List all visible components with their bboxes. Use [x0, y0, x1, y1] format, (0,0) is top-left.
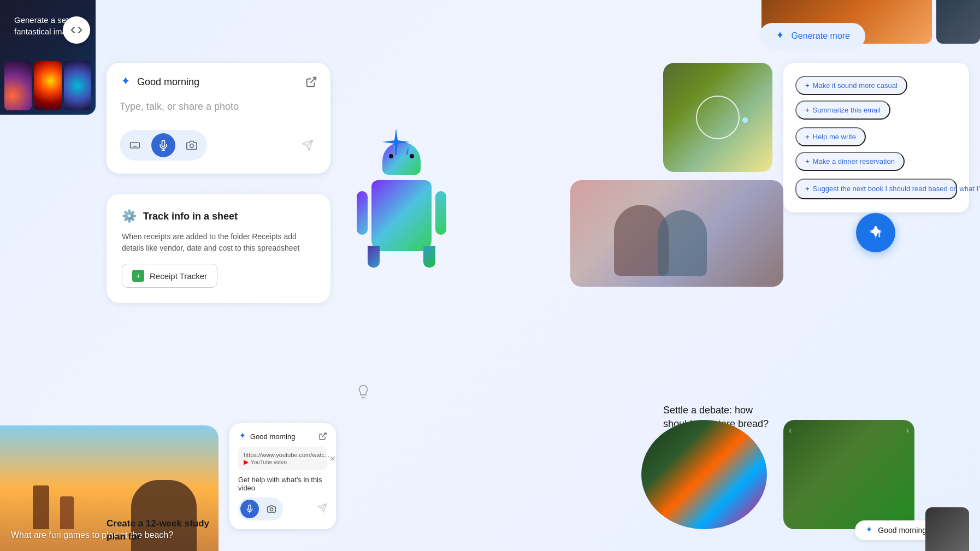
greeting-text: Good morning — [137, 76, 199, 88]
person-silhouette-2 — [658, 210, 707, 276]
beach-person-1 — [33, 485, 49, 529]
people-background — [570, 180, 783, 287]
chip-book-label: Suggest the next book I should read base… — [813, 184, 980, 194]
bird-dot — [742, 117, 748, 123]
bird-card — [663, 63, 772, 172]
camera-button[interactable] — [180, 133, 204, 157]
chips-panel: + Make it sound more casual + Summarize … — [783, 63, 969, 212]
chip-plus-4: + — [805, 157, 810, 165]
mic-icon — [245, 505, 254, 513]
svg-point-9 — [190, 144, 194, 148]
arrow-right: › — [906, 425, 909, 435]
gemini-star-icon-chip — [865, 526, 873, 535]
chip-book[interactable]: + Suggest the next book I should read ba… — [795, 179, 957, 199]
lightbulb-icon — [355, 383, 371, 404]
pipeline-background — [641, 420, 767, 529]
pipeline-card — [641, 420, 767, 529]
chip-reservation[interactable]: + Make a dinner reservation — [795, 152, 905, 171]
gemini-star-icon — [120, 76, 132, 88]
chip-plus-1: + — [805, 81, 810, 90]
bottom-right-chip[interactable]: Good morning — [855, 520, 936, 540]
bird-circle — [696, 96, 740, 139]
study-title: Create a 12-week study plan for — [107, 517, 216, 543]
search-buttons-group — [120, 130, 207, 161]
food-arrows: ‹ › — [789, 425, 909, 435]
bottom-right-mini-image — [925, 507, 969, 551]
external-link-icon[interactable] — [305, 76, 317, 88]
chip-write-label: Help me write — [813, 133, 856, 141]
youtube-chip: ▶ YouTube video — [244, 458, 329, 466]
send-icon — [302, 139, 314, 151]
top-right-image-2 — [936, 0, 980, 44]
chip-plus-2: + — [805, 106, 810, 114]
study-card: Create a 12-week study plan for — [107, 517, 216, 546]
code-button[interactable] — [63, 16, 90, 44]
chip-casual-label: Make it sound more casual — [813, 81, 898, 90]
track-description: When receipts are added to the folder Re… — [122, 231, 315, 254]
chip-plus-3: + — [805, 133, 810, 141]
arrow-left: ‹ — [789, 425, 792, 435]
search-placeholder[interactable]: Type, talk, or share a photo — [120, 97, 317, 117]
generate-more-label: Generate more — [791, 31, 850, 41]
video-mic-button[interactable] — [240, 500, 259, 518]
android-arm-left — [357, 191, 368, 235]
svg-line-12 — [322, 433, 326, 437]
chip-write[interactable]: + Help me write — [795, 127, 866, 146]
food-card: ‹ › — [783, 420, 914, 529]
keyboard-icon — [129, 140, 140, 151]
video-input-text[interactable]: Get help with what's in this video — [238, 476, 327, 492]
track-info-header: ⚙️ Track info in a sheet — [122, 209, 315, 223]
fab-button[interactable] — [856, 213, 895, 252]
food-background: ‹ › — [783, 420, 914, 529]
code-icon — [70, 24, 82, 36]
microphone-icon — [158, 140, 169, 151]
keyboard-button[interactable] — [123, 133, 147, 157]
android-leg-left — [368, 246, 380, 268]
receipt-icon: + — [132, 270, 144, 282]
chip-summarize[interactable]: + Summarize this email — [795, 100, 890, 120]
receipt-btn-label: Receipt Tracker — [150, 271, 207, 281]
youtube-icon: ▶ — [244, 458, 249, 466]
search-header: Good morning — [120, 76, 317, 88]
search-header-left: Good morning — [120, 76, 199, 88]
chip-reservation-label: Make a dinner reservation — [813, 157, 895, 165]
external-link-icon-small[interactable] — [318, 432, 327, 441]
camera-icon — [186, 140, 197, 151]
video-url-bar: https://www.youtube.com/watc... ▶ YouTub… — [238, 447, 327, 470]
generate-more-button[interactable]: Generate more — [759, 23, 865, 49]
svg-rect-1 — [131, 143, 140, 148]
chip-casual[interactable]: + Make it sound more casual — [795, 76, 907, 95]
video-card-header: Good morning — [238, 432, 327, 441]
generate-more-icon — [775, 31, 786, 42]
cosmic-image-3 — [64, 61, 91, 110]
track-info-card: ⚙️ Track info in a sheet When receipts a… — [107, 194, 330, 303]
chip-row-1: + Make it sound more casual + Summarize … — [795, 76, 957, 120]
cosmic-image-2 — [34, 61, 61, 110]
video-card-header-left: Good morning — [238, 432, 295, 441]
bird-background — [663, 63, 772, 172]
chip-row-2: + Help me write + Make a dinner reservat… — [795, 127, 957, 171]
send-button[interactable] — [298, 135, 317, 155]
main-search-box: Good morning Type, talk, or share a phot… — [107, 63, 330, 174]
video-actions — [238, 497, 327, 520]
cosmic-image-1 — [4, 61, 32, 110]
close-button[interactable]: ✕ — [329, 454, 336, 463]
beach-person-2 — [60, 496, 74, 529]
android-arm-right — [435, 191, 446, 235]
video-send-button[interactable] — [317, 503, 327, 516]
page-container: Generate a set of fantastical images Goo… — [0, 0, 980, 551]
sparkle-edit-icon — [867, 224, 884, 241]
svg-point-14 — [270, 508, 273, 511]
svg-line-0 — [310, 78, 316, 83]
bottom-chip-label: Good morning — [878, 526, 926, 535]
track-title: Track info in a sheet — [143, 211, 238, 222]
video-greeting: Good morning — [250, 432, 295, 441]
android-leg-right — [423, 246, 435, 268]
gemini-sparkle — [380, 126, 412, 158]
chip-summarize-label: Summarize this email — [813, 106, 881, 114]
video-card: Good morning https://www.youtube.com/wat… — [229, 423, 336, 529]
microphone-button[interactable] — [151, 133, 175, 157]
send-icon-small — [317, 503, 327, 513]
receipt-tracker-button[interactable]: + Receipt Tracker — [122, 264, 217, 288]
video-camera-button[interactable] — [262, 500, 281, 518]
